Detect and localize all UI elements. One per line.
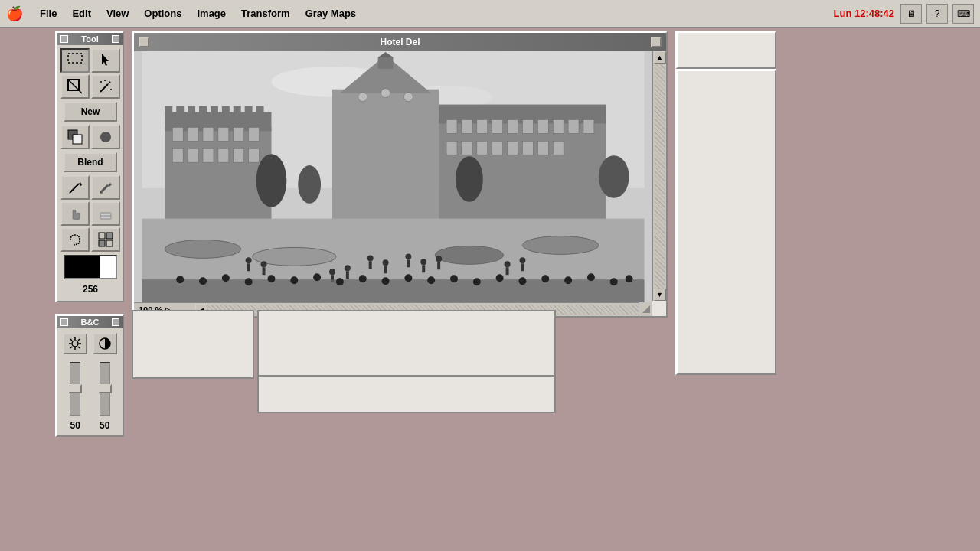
color-swatch[interactable] — [64, 255, 117, 279]
svg-rect-65 — [378, 57, 394, 69]
svg-marker-13 — [79, 182, 82, 186]
menu-image[interactable]: Image — [189, 5, 234, 22]
contrast-slider-thumb[interactable] — [98, 384, 112, 393]
brightness-slider-thumb[interactable] — [68, 384, 82, 393]
svg-point-129 — [404, 274, 412, 282]
svg-point-62 — [358, 93, 368, 102]
scroll-track-vertical[interactable] — [655, 64, 665, 289]
svg-rect-21 — [106, 233, 113, 239]
svg-rect-56 — [203, 148, 214, 162]
svg-point-90 — [599, 155, 629, 198]
svg-rect-85 — [537, 141, 548, 155]
nav-panel — [675, 69, 776, 375]
panel-close-icon[interactable] — [60, 35, 68, 43]
svg-line-4 — [100, 84, 108, 92]
new-button[interactable]: New — [64, 102, 117, 122]
svg-rect-39 — [165, 106, 172, 116]
svg-rect-101 — [369, 261, 372, 269]
apple-menu[interactable]: 🍎 — [6, 5, 23, 22]
hand-tool-btn[interactable] — [60, 201, 90, 226]
svg-point-88 — [298, 165, 321, 204]
scroll-up-arrow[interactable]: ▲ — [654, 51, 666, 64]
svg-rect-37 — [165, 127, 271, 226]
svg-rect-103 — [384, 266, 387, 273]
lasso-tool-btn[interactable] — [60, 227, 90, 252]
scroll-down-arrow[interactable]: ▼ — [654, 289, 666, 301]
pattern-tool-btn[interactable] — [91, 227, 120, 252]
svg-point-24 — [72, 341, 78, 347]
svg-line-30 — [78, 347, 80, 348]
eraser-tool-btn[interactable] — [91, 201, 120, 226]
marquee-tool-btn[interactable] — [60, 48, 90, 73]
help-icon[interactable]: ? — [926, 4, 948, 24]
menu-icon-group: 🖥 ? ⌨ — [900, 4, 974, 24]
resize-corner[interactable] — [639, 302, 652, 316]
svg-point-11 — [100, 132, 111, 142]
svg-point-123 — [268, 275, 276, 282]
svg-point-102 — [383, 259, 389, 266]
contrast-icon[interactable] — [93, 333, 117, 354]
keyboard-icon[interactable]: ⌨ — [952, 4, 974, 24]
svg-rect-46 — [245, 106, 253, 116]
blend-button[interactable]: Blend — [64, 152, 117, 172]
svg-rect-55 — [188, 148, 198, 162]
hotel-image-svg — [134, 51, 652, 302]
svg-point-108 — [436, 256, 442, 262]
svg-rect-0 — [68, 54, 82, 63]
svg-rect-77 — [568, 119, 579, 133]
svg-rect-80 — [462, 141, 472, 155]
contrast-slider-track[interactable] — [100, 362, 110, 416]
menu-file[interactable]: File — [32, 5, 64, 22]
svg-rect-22 — [99, 240, 105, 246]
svg-rect-82 — [492, 141, 503, 155]
circle-brush-btn[interactable] — [91, 125, 120, 149]
svg-point-6 — [100, 81, 102, 83]
svg-rect-43 — [211, 106, 218, 116]
monitor-icon[interactable]: 🖥 — [900, 4, 922, 24]
panel-zoom-icon[interactable] — [112, 35, 119, 43]
svg-rect-52 — [234, 127, 244, 141]
tool-grid: New Blend — [57, 45, 122, 301]
svg-rect-76 — [553, 119, 564, 133]
tool-panel-title-label: Tool — [81, 34, 98, 44]
bottom-panel-dialog — [257, 375, 556, 413]
bc-close-icon[interactable] — [60, 318, 68, 326]
svg-rect-109 — [437, 262, 440, 269]
svg-point-104 — [405, 253, 411, 259]
svg-marker-140 — [642, 305, 650, 313]
svg-line-32 — [70, 347, 72, 348]
wand-tool-btn[interactable] — [91, 74, 120, 99]
svg-rect-73 — [508, 119, 518, 133]
menu-graymaps[interactable]: Gray Maps — [298, 5, 364, 22]
svg-rect-105 — [407, 259, 410, 267]
svg-point-124 — [290, 276, 298, 284]
pencil-tool-btn[interactable] — [60, 175, 90, 200]
crop-tool-btn[interactable] — [60, 74, 90, 99]
menu-view[interactable]: View — [99, 5, 136, 22]
move-tool-btn[interactable] — [91, 48, 120, 73]
window-close-btn[interactable] — [139, 37, 149, 47]
brightness-icon[interactable] — [63, 333, 87, 354]
svg-point-95 — [435, 246, 503, 264]
menu-options[interactable]: Options — [136, 5, 189, 22]
svg-point-64 — [403, 93, 413, 102]
foreground-color-btn[interactable] — [60, 125, 90, 149]
tool-panel-titlebar[interactable]: Tool — [57, 33, 122, 45]
svg-rect-75 — [537, 119, 548, 133]
svg-point-87 — [256, 154, 287, 207]
svg-marker-1 — [102, 54, 109, 66]
bc-zoom-icon[interactable] — [112, 318, 119, 326]
eyedropper-tool-btn[interactable] — [91, 175, 120, 200]
svg-line-31 — [78, 339, 80, 341]
brightness-slider-track[interactable] — [70, 362, 80, 416]
window-titlebar[interactable]: Hotel Del — [134, 33, 666, 51]
svg-point-137 — [587, 273, 595, 281]
menu-transform[interactable]: Transform — [234, 5, 298, 22]
bc-panel-titlebar[interactable]: B&C — [57, 316, 122, 328]
window-zoom-btn[interactable] — [651, 37, 662, 47]
svg-point-130 — [427, 276, 435, 284]
bc-sliders — [57, 357, 122, 419]
color-value-label: 256 — [60, 282, 120, 298]
svg-rect-47 — [256, 106, 264, 116]
menu-edit[interactable]: Edit — [64, 5, 99, 22]
